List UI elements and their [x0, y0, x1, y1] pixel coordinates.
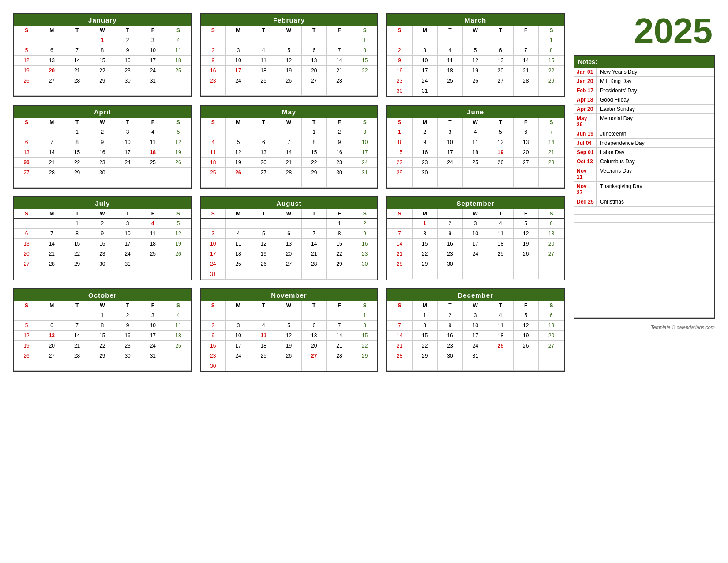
- cal-cell: 20: [251, 158, 276, 168]
- cal-cell: 11: [463, 137, 488, 147]
- cal-cell: 7: [39, 229, 64, 239]
- cal-cell-empty: [352, 86, 377, 96]
- cal-cell: 24: [201, 259, 226, 269]
- cal-cell: 26: [226, 168, 251, 178]
- cal-cell: 30: [413, 168, 438, 178]
- cal-cell: 14: [64, 56, 90, 66]
- cal-cell: 21: [302, 249, 327, 259]
- cal-cell: 30: [115, 351, 140, 361]
- cal-cell: 2: [438, 310, 463, 321]
- cal-cell-empty: [201, 86, 226, 96]
- note-name: Thanksgiving Day: [597, 182, 645, 197]
- day-header: M: [226, 209, 251, 218]
- cal-cell-empty: [514, 178, 539, 188]
- note-date: Oct 13: [574, 157, 597, 166]
- cal-cell-empty: [302, 35, 327, 45]
- cal-cell: 1: [64, 219, 90, 229]
- cal-cell: 4: [438, 45, 463, 56]
- day-header: S: [539, 118, 564, 127]
- cal-cell: 13: [14, 239, 39, 249]
- cal-cell-empty: [251, 127, 276, 137]
- cal-cell: 26: [14, 351, 39, 361]
- cal-cell: 26: [514, 249, 539, 259]
- cal-cell-empty: [226, 35, 251, 45]
- cal-cell-empty: [251, 35, 276, 45]
- cal-cell: 25: [165, 341, 191, 351]
- month-calendar-october: OctoberSMTWTFS12345678910111213141516171…: [13, 288, 192, 372]
- cal-cell: 5: [276, 321, 301, 331]
- day-header: S: [14, 301, 39, 310]
- cal-cell: 4: [140, 127, 165, 137]
- cal-cell: 20: [39, 341, 64, 351]
- note-name: Columbus Day: [597, 157, 638, 166]
- cal-cell: 22: [352, 341, 377, 351]
- cal-cell: 24: [352, 158, 377, 168]
- cal-cell: 4: [140, 219, 165, 229]
- cal-cell: 11: [251, 56, 276, 66]
- cal-cell: 9: [90, 229, 115, 239]
- day-header: M: [226, 118, 251, 127]
- cal-cell-empty: [39, 86, 64, 96]
- cal-cell: 12: [14, 56, 39, 66]
- cal-cell: 13: [488, 56, 513, 66]
- note-date: Sep 01: [574, 148, 597, 157]
- cal-cell-empty: [302, 219, 327, 229]
- cal-cell: 14: [39, 239, 64, 249]
- cal-cell-empty: [276, 361, 301, 371]
- cal-cell: 18: [165, 331, 191, 341]
- cal-cell: 27: [14, 168, 39, 178]
- cal-cell: 23: [413, 158, 438, 168]
- cal-cell: 31: [140, 76, 165, 86]
- cal-cell: 18: [488, 331, 513, 341]
- day-header: S: [387, 209, 412, 218]
- cal-cell-empty: [165, 269, 191, 279]
- day-header: T: [488, 118, 513, 127]
- cal-cell: 19: [276, 66, 301, 76]
- cal-cell: 20: [539, 331, 564, 341]
- notes-row-empty: [574, 278, 714, 286]
- cal-cell: 27: [39, 351, 64, 361]
- cal-cell-empty: [438, 35, 463, 45]
- cal-cell: 27: [276, 259, 301, 269]
- notes-row: Jan 01New Year's Day: [574, 68, 714, 77]
- cal-cell-empty: [14, 127, 39, 137]
- cal-cell: 31: [115, 259, 140, 269]
- cal-cell-empty: [488, 178, 513, 188]
- note-name: Veterans Day: [597, 166, 635, 181]
- day-header: S: [165, 209, 191, 218]
- cal-cell: 2: [90, 219, 115, 229]
- note-date: Apr 20: [574, 105, 597, 113]
- cal-cell-empty: [352, 178, 377, 188]
- day-header: M: [39, 209, 64, 218]
- cal-cell: 6: [302, 321, 327, 331]
- cal-cell: 21: [327, 66, 352, 76]
- cal-cell: 22: [539, 66, 564, 76]
- cal-cell: 29: [90, 76, 115, 86]
- cal-cell-empty: [514, 361, 539, 371]
- cal-cell-empty: [64, 35, 90, 45]
- cal-cell-empty: [226, 86, 251, 96]
- cal-cell: 25: [140, 158, 165, 168]
- cal-cell: 25: [488, 341, 513, 351]
- cal-cell-empty: [327, 35, 352, 45]
- cal-cell: 2: [413, 127, 438, 137]
- cal-cell: 30: [90, 259, 115, 269]
- day-header: S: [165, 118, 191, 127]
- notes-row: Dec 25Christmas: [574, 197, 714, 207]
- month-header: June: [387, 106, 564, 118]
- month-header: February: [201, 14, 378, 26]
- cal-cell: 4: [463, 127, 488, 137]
- cal-cell: 10: [115, 137, 140, 147]
- cal-cell-empty: [387, 219, 412, 229]
- cal-cell: 27: [39, 76, 64, 86]
- cal-cell: 18: [488, 239, 513, 249]
- cal-cell-empty: [352, 361, 377, 371]
- cal-cell-empty: [90, 361, 115, 371]
- cal-cell-empty: [438, 168, 463, 178]
- cal-cell: 15: [90, 331, 115, 341]
- cal-cell-empty: [115, 178, 140, 188]
- cal-cell: 4: [251, 321, 276, 331]
- cal-cell: 17: [226, 66, 251, 76]
- cal-cell: 28: [387, 351, 412, 361]
- cal-cell: 10: [201, 239, 226, 249]
